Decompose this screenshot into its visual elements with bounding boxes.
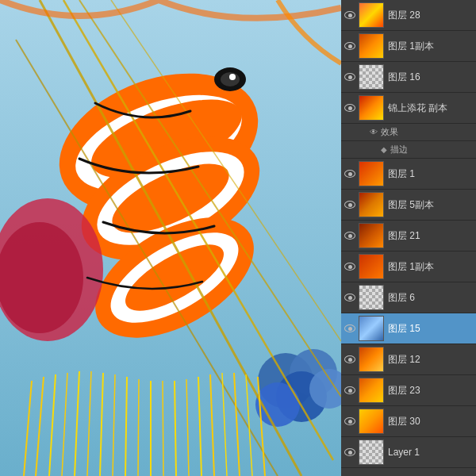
- layer-thumbnail: [359, 2, 384, 28]
- eye-open: [344, 232, 355, 240]
- layer-row-layer-jinshang[interactable]: 锦上添花 副本: [341, 93, 476, 124]
- layer-thumbnail: [359, 316, 384, 341]
- layer-thumbnail: [359, 192, 384, 217]
- svg-line-35: [138, 379, 139, 476]
- layer-name-label: 图层 5副本: [388, 198, 474, 212]
- eye-open: [344, 201, 355, 209]
- svg-line-37: [163, 381, 163, 476]
- layer-thumbnail: [359, 64, 384, 90]
- layer-thumbnail: [359, 378, 384, 403]
- layer-name-label: 图层 6: [388, 291, 474, 305]
- layer-row-layer-6[interactable]: 图层 6: [341, 282, 476, 313]
- layer-name-label: 图层 1副本: [388, 40, 474, 53]
- layer-name-label: 图层 30: [388, 415, 474, 428]
- layer-name-label: Layer 1: [388, 447, 474, 458]
- eye-visibility-icon[interactable]: [343, 414, 357, 428]
- layer-name-label: 图层 12: [388, 353, 474, 367]
- eye-visibility-icon[interactable]: [343, 290, 357, 305]
- eye-visibility-icon[interactable]: [343, 39, 357, 53]
- main-container: 图层 28图层 1副本图层 16锦上添花 副本 👁 效果 ◆ 描边 图层 1图层…: [0, 0, 476, 476]
- layer-row-layer-23[interactable]: 图层 23: [341, 375, 476, 406]
- eye-visibility-icon[interactable]: [343, 70, 357, 84]
- layer-thumbnail: [359, 223, 384, 248]
- eye-visibility-icon[interactable]: [343, 259, 357, 274]
- layer-thumbnail: [359, 285, 384, 310]
- layer-name-label: 图层 21: [388, 229, 474, 243]
- layer-thumbnail: [359, 347, 384, 372]
- layers-panel: 图层 28图层 1副本图层 16锦上添花 副本 👁 效果 ◆ 描边 图层 1图层…: [341, 0, 476, 476]
- eye-visibility-icon[interactable]: [343, 321, 357, 336]
- layer-row-layer-layer1[interactable]: Layer 1: [341, 437, 476, 468]
- eye-visibility-icon[interactable]: [343, 167, 357, 181]
- svg-point-25: [229, 74, 236, 80]
- eye-visibility-icon[interactable]: [343, 8, 357, 22]
- layer-thumbnail: [359, 440, 384, 465]
- layer-name-label: 图层 15: [388, 322, 474, 336]
- layer-name-label: 图层 28: [388, 9, 474, 22]
- effect-label: 效果: [381, 126, 398, 138]
- layer-thumbnail: [359, 95, 384, 121]
- canvas-artwork: [0, 0, 341, 476]
- eye-open: [344, 170, 355, 178]
- layer-thumbnail: [359, 254, 384, 279]
- canvas-area: [0, 0, 341, 476]
- eye-open: [344, 104, 355, 112]
- layer-row-layer-28[interactable]: 图层 28: [341, 0, 476, 31]
- layer-row-layer-30[interactable]: 图层 30: [341, 406, 476, 437]
- eye-open: [344, 11, 355, 19]
- eye-visibility-icon[interactable]: [343, 352, 357, 367]
- eye-open: [344, 417, 355, 425]
- eye-icon: 👁: [370, 128, 378, 136]
- svg-point-12: [0, 222, 83, 333]
- layer-row-layer-5-copy[interactable]: 图层 5副本: [341, 190, 476, 221]
- layer-row-layer-16[interactable]: 图层 16: [341, 62, 476, 93]
- layer-thumbnail: [359, 33, 384, 59]
- eye-visibility-icon[interactable]: [343, 383, 357, 397]
- layer-name-label: 锦上添花 副本: [388, 102, 474, 115]
- eye-open: [344, 73, 355, 81]
- layer-thumbnail: [359, 409, 384, 434]
- layer-row-layer-15[interactable]: 图层 15: [341, 313, 476, 344]
- effect-sub-icon: ◆: [381, 145, 387, 154]
- layer-thumbnail: [359, 161, 384, 186]
- eye-open: [344, 263, 355, 271]
- layer-row-layer-1-copy[interactable]: 图层 1副本: [341, 31, 476, 62]
- eye-open: [344, 294, 355, 301]
- eye-visibility-icon[interactable]: [343, 228, 357, 243]
- effect-sub-label: 描边: [390, 144, 408, 155]
- layer-name-label: 图层 1副本: [388, 260, 474, 274]
- svg-point-24: [221, 72, 240, 86]
- eye-open: [344, 355, 355, 363]
- eye-visibility-icon[interactable]: [343, 445, 357, 459]
- layer-name-label: 图层 23: [388, 384, 474, 397]
- layer-name-label: 图层 16: [388, 71, 474, 84]
- layer-row-layer-21[interactable]: 图层 21: [341, 221, 476, 251]
- layer-name-label: 图层 1: [388, 167, 474, 181]
- eye-open: [344, 42, 355, 50]
- eye-open: [344, 386, 355, 394]
- effect-row: 👁 效果: [341, 124, 476, 141]
- layer-row-layer-1a-copy[interactable]: 图层 1副本: [341, 251, 476, 282]
- layer-row-layer-1[interactable]: 图层 1: [341, 159, 476, 190]
- eye-visibility-icon[interactable]: [343, 198, 357, 212]
- effect-sub-row: ◆ 描边: [341, 141, 476, 159]
- eye-open: [344, 324, 355, 332]
- eye-visibility-icon[interactable]: [343, 101, 357, 115]
- layer-row-layer-12[interactable]: 图层 12: [341, 344, 476, 375]
- eye-open: [344, 448, 355, 456]
